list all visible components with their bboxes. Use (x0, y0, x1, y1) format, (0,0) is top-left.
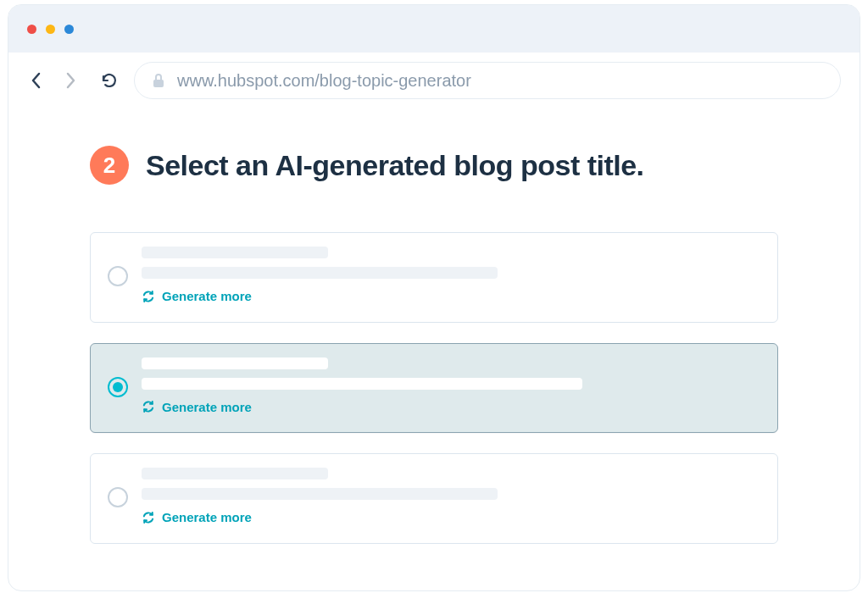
step-heading: 2 Select an AI-generated blog post title… (90, 146, 778, 185)
placeholder-line (142, 488, 498, 500)
maximize-window-icon[interactable] (64, 25, 74, 34)
generate-more-label: Generate more (162, 289, 252, 303)
radio-button[interactable] (108, 377, 128, 397)
option-body: Generate more (142, 247, 760, 307)
option-body: Generate more (142, 468, 760, 528)
close-window-icon[interactable] (27, 25, 36, 34)
generate-more-button[interactable]: Generate more (142, 510, 252, 524)
chevron-left-icon (31, 72, 42, 89)
page-title: Select an AI-generated blog post title. (146, 149, 644, 182)
url-text: www.hubspot.com/blog-topic-generator (177, 71, 471, 91)
generate-more-label: Generate more (162, 510, 252, 524)
window-titlebar (8, 5, 860, 53)
placeholder-line (142, 468, 328, 479)
back-button[interactable] (27, 71, 46, 90)
chevron-right-icon (64, 72, 76, 89)
reload-icon (101, 72, 118, 89)
title-option[interactable]: Generate more (90, 343, 778, 434)
step-number: 2 (103, 152, 115, 179)
generate-more-button[interactable]: Generate more (142, 400, 252, 414)
minimize-window-icon[interactable] (46, 25, 55, 34)
placeholder-line (142, 267, 498, 279)
placeholder-line (142, 357, 328, 369)
radio-button[interactable] (108, 487, 128, 507)
forward-button[interactable] (61, 71, 80, 90)
title-option[interactable]: Generate more (90, 232, 778, 323)
browser-toolbar: www.hubspot.com/blog-topic-generator (8, 53, 860, 108)
title-option[interactable]: Generate more (90, 453, 778, 544)
refresh-icon (142, 511, 155, 524)
placeholder-line (142, 378, 582, 390)
generate-more-button[interactable]: Generate more (142, 289, 252, 303)
option-body: Generate more (142, 357, 760, 418)
svg-rect-0 (153, 80, 164, 87)
refresh-icon (142, 290, 155, 303)
window-controls (27, 25, 74, 34)
step-number-badge: 2 (90, 146, 129, 185)
reload-button[interactable] (100, 71, 119, 90)
lock-icon (152, 73, 165, 88)
address-bar[interactable]: www.hubspot.com/blog-topic-generator (134, 62, 841, 99)
generate-more-label: Generate more (162, 400, 252, 414)
refresh-icon (142, 400, 155, 413)
placeholder-line (142, 247, 328, 258)
browser-window: www.hubspot.com/blog-topic-generator 2 S… (8, 4, 860, 591)
page-content: 2 Select an AI-generated blog post title… (8, 108, 860, 544)
radio-button[interactable] (108, 266, 128, 286)
